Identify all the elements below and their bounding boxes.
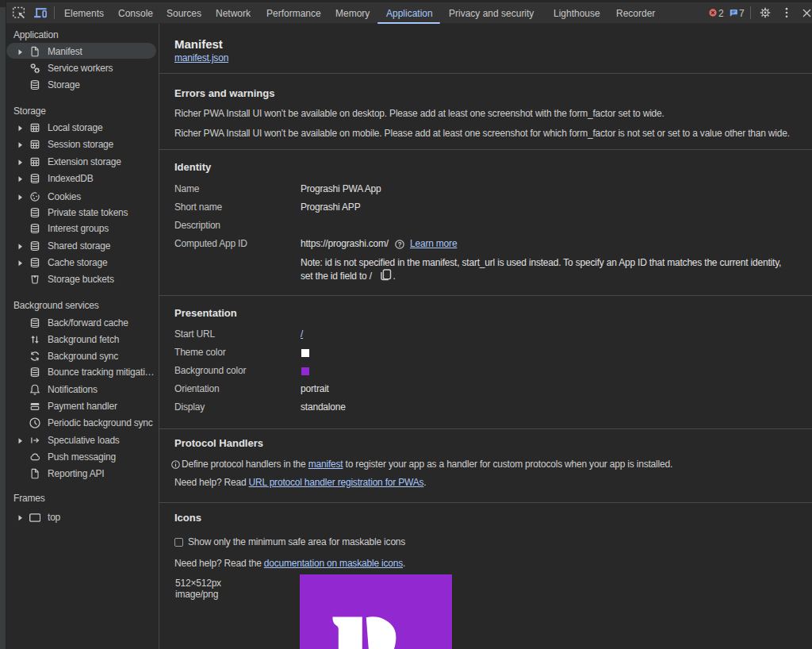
svg-text:?: ? (397, 240, 401, 248)
